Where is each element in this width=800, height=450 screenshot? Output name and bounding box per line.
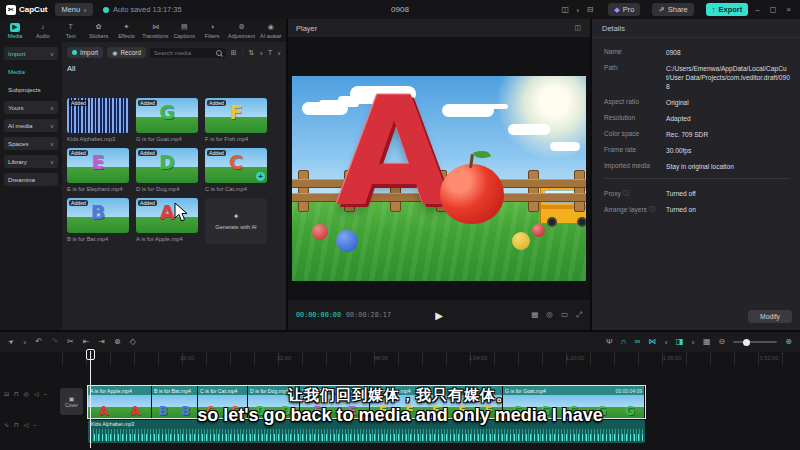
chevron-down-icon: ∨	[50, 159, 54, 165]
aspect-ratio-icon[interactable]: ▭	[561, 310, 568, 320]
select-tool-icon[interactable]: ➤	[8, 338, 14, 346]
tab-adjustment[interactable]: ⚙Adjustment	[228, 23, 255, 39]
titlebar-right: ◫ ∨ ⊟ ◆ Pro ⇗ Share ↑ Export – ◻ ×	[558, 3, 794, 16]
transition-toggle-icon[interactable]: ⋈	[648, 338, 656, 346]
sidebar-item-import[interactable]: Import∨	[4, 47, 58, 60]
added-badge: Added	[69, 100, 88, 106]
tab-label: Text	[66, 33, 76, 39]
share-button[interactable]: ⇗ Share	[652, 3, 693, 16]
media-item[interactable]: AddedGG is for Goat.mp4	[136, 98, 198, 142]
sort-icon[interactable]: ⇅	[248, 49, 256, 57]
filter-icon[interactable]: T	[267, 49, 273, 56]
media-item[interactable]: AddedKids Alphabet.mp3	[67, 98, 129, 142]
sidebar-item-label: Yours	[8, 104, 24, 111]
panel-toggle-icon[interactable]: ◫	[573, 24, 582, 32]
menu-button[interactable]: Menu ∨	[55, 3, 92, 16]
preview-quality-icon[interactable]: ▦	[531, 310, 538, 320]
zoom-slider-knob[interactable]	[743, 339, 750, 346]
close-button[interactable]: ×	[783, 5, 794, 14]
total-time: 00:00:28:17	[346, 311, 391, 319]
subtitle-line-chinese: 让我们回到媒体，我只有媒体。	[0, 386, 800, 405]
sidebar-item-ai-media[interactable]: AI media∨	[4, 119, 58, 132]
export-button[interactable]: ↑ Export	[706, 3, 749, 16]
tab-label: Transitions	[142, 33, 168, 39]
preview-axis-icon[interactable]: ◨	[676, 338, 684, 346]
split-icon[interactable]: ✂	[67, 338, 74, 346]
details-label: Frame rate	[604, 146, 666, 153]
layout-icon[interactable]: ◫	[558, 5, 572, 14]
sidebar-item-media[interactable]: Media	[4, 65, 58, 78]
record-button[interactable]: ◉ Record	[107, 47, 146, 58]
search-input[interactable]	[154, 50, 213, 56]
chevron-down-icon[interactable]: ∨	[664, 339, 668, 345]
timeline-zoom-slider[interactable]	[733, 341, 777, 343]
capcut-logo-icon: ✂	[6, 5, 16, 15]
sidebar-item-dreamina[interactable]: Dreamina	[4, 173, 58, 186]
titlebar: ✂ CapCut Menu ∨ Auto saved 13:17:35 0908…	[0, 0, 800, 19]
fullscreen-icon[interactable]: ⤢	[576, 310, 582, 320]
tab-captions[interactable]: ▤Captions	[172, 23, 196, 39]
delete-icon[interactable]: ⊗	[114, 338, 121, 346]
sidebar-item-subprojects[interactable]: Subprojects	[4, 83, 58, 96]
media-item[interactable]: AddedBB is for Bat.mp4	[67, 198, 129, 244]
modify-button[interactable]: Modify	[748, 310, 792, 323]
chevron-down-icon[interactable]: ∨	[277, 50, 281, 56]
delete-left-icon[interactable]: ⇤	[83, 338, 90, 346]
tab-media[interactable]: ▶Media	[3, 23, 27, 39]
sidebar-item-label: Dreamina	[8, 176, 35, 183]
player-control-icons: ▦ ◎ ▭ ⤢	[531, 310, 582, 320]
media-item[interactable]: AddedC+C is for Cat.mp4	[205, 148, 267, 192]
undo-icon[interactable]: ↶	[36, 338, 43, 346]
details-label-text: Arrange layers	[604, 206, 647, 213]
player-viewport[interactable]: A	[288, 37, 590, 300]
media-item[interactable]: AddedFF is for Fish.mp4	[205, 98, 267, 142]
sidebar-item-library[interactable]: Library∨	[4, 155, 58, 168]
added-badge: Added	[138, 150, 157, 156]
import-label: Import	[80, 49, 98, 56]
add-to-timeline-button[interactable]: +	[256, 172, 265, 181]
import-button[interactable]: Import	[67, 47, 103, 58]
zoom-in-icon[interactable]: ⊕	[785, 338, 792, 346]
tab-audio[interactable]: ♪Audio	[31, 23, 55, 39]
cover-frame-icon[interactable]: ▦	[703, 338, 711, 346]
generate-with-ai-tile[interactable]: ✦Generate with AI	[205, 198, 267, 244]
tab-transitions[interactable]: ⋈Transitions	[142, 23, 168, 39]
tab-filters[interactable]: ◑Filters	[200, 23, 224, 39]
yellow-ball-graphic	[512, 232, 530, 250]
keyframe-icon[interactable]: ◇	[130, 338, 136, 346]
media-section-label: All	[67, 64, 286, 73]
export-label: Export	[718, 5, 742, 14]
zoom-out-icon[interactable]: ⊖	[719, 338, 726, 346]
details-value: Adapted	[666, 114, 790, 123]
chevron-down-icon[interactable]: ∨	[691, 339, 695, 345]
pro-button[interactable]: ◆ Pro	[608, 3, 640, 16]
chevron-down-icon[interactable]: ∨	[259, 50, 263, 56]
sidebar-item-spaces[interactable]: Spaces∨	[4, 137, 58, 150]
delete-right-icon[interactable]: ⇥	[98, 338, 105, 346]
grid-view-icon[interactable]: ⊞	[230, 49, 238, 57]
tab-ai-avatar[interactable]: ◉AI avatar	[259, 23, 283, 39]
snapshot-icon[interactable]: ◎	[546, 310, 553, 320]
panels-icon[interactable]: ⊟	[584, 5, 597, 14]
search-box[interactable]	[150, 48, 226, 58]
details-toggle-row[interactable]: ProxyⓘTurned off	[604, 189, 790, 198]
sidebar-item-label: AI media	[8, 122, 32, 129]
tab-effects[interactable]: ✦Effects	[114, 23, 138, 39]
details-toggle-row[interactable]: Arrange layersⓘTurned on	[604, 205, 790, 214]
voiceover-mic-icon[interactable]: Ψ	[606, 338, 613, 346]
details-label: Imported media	[604, 162, 666, 169]
redo-icon[interactable]: ↷	[51, 338, 58, 346]
link-clips-icon[interactable]: ∞	[634, 338, 640, 346]
media-item[interactable]: AddedEE is for Elephant.mp4	[67, 148, 129, 192]
tab-stickers[interactable]: ✿Stickers	[87, 23, 111, 39]
media-item[interactable]: AddedDD is for Dog.mp4	[136, 148, 198, 192]
tab-text[interactable]: TText	[59, 23, 83, 39]
minimize-button[interactable]: –	[752, 5, 762, 14]
chevron-down-icon[interactable]: ∨	[23, 339, 27, 345]
magnet-snap-icon[interactable]: ∩	[621, 338, 627, 346]
sidebar-item-yours[interactable]: Yours∨	[4, 101, 58, 114]
maximize-button[interactable]: ◻	[767, 5, 780, 14]
chevron-down-icon[interactable]: ∨	[576, 7, 580, 13]
ruler-time-label: 16:00	[180, 355, 194, 361]
timeline-ruler[interactable]: 16:0032:0048:001:04:001:20:001:36:001:52…	[62, 352, 800, 365]
